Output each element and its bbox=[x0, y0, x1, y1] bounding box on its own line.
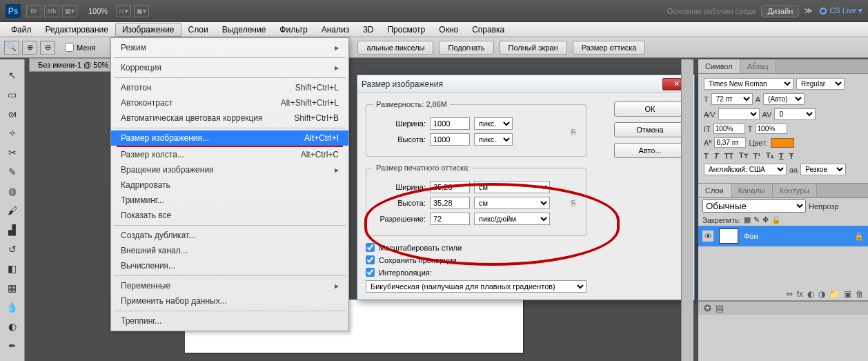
menu-item[interactable]: Коррекция bbox=[111, 60, 348, 75]
kerning-select[interactable] bbox=[718, 108, 760, 120]
new-layer-icon[interactable]: ▣ bbox=[844, 289, 851, 299]
mask-icon[interactable]: ◐ bbox=[807, 289, 814, 299]
lock-pixels-icon[interactable]: ✎ bbox=[753, 215, 760, 224]
menu-item[interactable]: Размер холста...Alt+Ctrl+C bbox=[111, 147, 348, 162]
dodge-tool-icon[interactable]: ◐ bbox=[3, 319, 21, 334]
adjustment-icon[interactable]: ◑ bbox=[818, 289, 825, 299]
interpolation-checkbox[interactable] bbox=[366, 268, 375, 277]
resize-windows-checkbox[interactable] bbox=[65, 43, 74, 52]
full-screen-button[interactable]: Полный экран bbox=[500, 41, 567, 55]
actual-pixels-button[interactable]: альные пикселы bbox=[357, 41, 433, 55]
tab-character[interactable]: Символ bbox=[698, 59, 740, 73]
px-height-input[interactable] bbox=[430, 133, 470, 146]
brush-tool-icon[interactable]: 🖌 bbox=[3, 203, 21, 218]
menu-help[interactable]: Справка bbox=[465, 23, 511, 37]
history-brush-tool-icon[interactable]: ↺ bbox=[3, 242, 21, 257]
move-tool-icon[interactable]: ↖ bbox=[3, 68, 21, 83]
underline-icon[interactable]: T bbox=[779, 152, 784, 160]
delete-layer-icon[interactable]: 🗑 bbox=[856, 289, 864, 299]
smallcaps-icon[interactable]: Tᴛ bbox=[739, 151, 748, 160]
menu-item[interactable]: Кадрировать bbox=[111, 177, 348, 193]
menu-item[interactable]: Размер изображения...Alt+Ctrl+I bbox=[111, 130, 348, 146]
dialog-titlebar[interactable]: Размер изображения ✕ bbox=[357, 75, 694, 93]
gradient-tool-icon[interactable]: ▦ bbox=[3, 280, 21, 295]
resolution-unit-select[interactable]: пикс/дюйм bbox=[474, 213, 550, 225]
link-layers-icon[interactable]: ⇔ bbox=[786, 289, 793, 299]
lasso-tool-icon[interactable]: ᘛ bbox=[3, 106, 21, 121]
menu-item[interactable]: Вычисления... bbox=[111, 258, 348, 273]
cancel-button[interactable]: Отмена bbox=[614, 122, 686, 137]
px-height-unit-select[interactable]: пикс. bbox=[474, 133, 513, 146]
lock-all-icon[interactable]: 🔒 bbox=[771, 215, 781, 224]
menu-item[interactable]: Режим bbox=[111, 40, 348, 55]
menu-item[interactable]: Применить набор данных... bbox=[111, 293, 348, 309]
fx-icon[interactable]: fx bbox=[797, 289, 803, 299]
wand-tool-icon[interactable]: ✧ bbox=[3, 126, 21, 141]
minibridge-button[interactable]: Mb bbox=[44, 5, 59, 17]
visibility-icon[interactable]: 👁 bbox=[702, 231, 713, 242]
menu-item[interactable]: Переменные bbox=[111, 278, 348, 293]
scale-styles-checkbox[interactable] bbox=[366, 243, 375, 252]
menu-item[interactable]: Вращение изображения bbox=[111, 162, 348, 177]
menu-item[interactable]: Создать дубликат... bbox=[111, 228, 348, 243]
tracking-select[interactable]: 0 bbox=[774, 108, 816, 120]
italic-icon[interactable]: T bbox=[714, 152, 719, 160]
lock-position-icon[interactable]: ✥ bbox=[762, 215, 769, 224]
group-icon[interactable]: 📁 bbox=[829, 289, 840, 299]
print-size-button[interactable]: Размер оттиска bbox=[573, 41, 646, 55]
print-height-input[interactable] bbox=[430, 197, 470, 209]
screen-mode-button[interactable]: ▦▾ bbox=[62, 5, 77, 17]
layer-row[interactable]: 👁 Фон 🔒 bbox=[698, 226, 868, 246]
fit-screen-button[interactable]: Подогнать bbox=[439, 41, 493, 55]
print-width-unit-select[interactable]: см bbox=[474, 181, 550, 193]
pen-tool-icon[interactable]: ✒ bbox=[3, 338, 21, 353]
blend-mode-select[interactable]: Обычные bbox=[702, 199, 806, 213]
lock-transparent-icon[interactable]: ▦ bbox=[744, 215, 751, 224]
allcaps-icon[interactable]: TT bbox=[724, 152, 733, 160]
chain-icon[interactable]: ⎘ bbox=[568, 128, 579, 136]
crop-tool-icon[interactable]: ✂ bbox=[3, 145, 21, 160]
menu-image[interactable]: Изображение bbox=[115, 23, 181, 37]
zoom-in-icon[interactable]: ⊕ bbox=[22, 41, 37, 55]
ok-button[interactable]: ОК bbox=[614, 101, 686, 117]
menu-view[interactable]: Просмотр bbox=[380, 23, 432, 37]
strike-icon[interactable]: Ŧ bbox=[789, 152, 794, 160]
chain-icon[interactable]: ⎘ bbox=[568, 199, 579, 207]
constrain-proportions-checkbox[interactable] bbox=[366, 255, 375, 264]
interpolation-select[interactable]: Бикубическая (наилучшая для плавных град… bbox=[366, 280, 586, 293]
font-size-select[interactable]: 72 пт bbox=[711, 93, 753, 105]
tab-channels[interactable]: Каналы bbox=[731, 184, 773, 197]
tab-paragraph[interactable]: Абзац bbox=[740, 59, 776, 73]
zoom-out-icon[interactable]: ⊖ bbox=[40, 41, 55, 55]
arrange-button[interactable]: ▭▾ bbox=[116, 5, 131, 17]
menu-select[interactable]: Выделение bbox=[215, 23, 273, 37]
subscript-icon[interactable]: T₁ bbox=[766, 151, 773, 160]
resolution-input[interactable] bbox=[430, 213, 470, 225]
hscale-input[interactable] bbox=[756, 124, 787, 134]
eraser-tool-icon[interactable]: ◧ bbox=[3, 261, 21, 276]
patch-tool-icon[interactable]: ◍ bbox=[3, 184, 21, 199]
panel-dock-bar[interactable] bbox=[681, 59, 693, 361]
menu-item[interactable]: Автоматическая цветовая коррекцияShift+C… bbox=[111, 110, 348, 126]
styles-icon[interactable]: ✪ bbox=[704, 303, 711, 313]
antialias-select[interactable]: Резкое bbox=[800, 164, 846, 175]
workspace-more-button[interactable]: ≫ bbox=[805, 6, 813, 15]
menu-item[interactable]: Треппинг... bbox=[111, 313, 348, 329]
menu-item[interactable]: АвтоконтрастAlt+Shift+Ctrl+L bbox=[111, 95, 348, 110]
tab-paths[interactable]: Контуры bbox=[773, 184, 817, 197]
text-color-swatch[interactable] bbox=[771, 138, 794, 148]
font-family-select[interactable]: Times New Roman bbox=[704, 78, 793, 90]
vscale-input[interactable] bbox=[713, 124, 745, 134]
layer-thumbnail[interactable] bbox=[719, 228, 738, 244]
menu-3d[interactable]: 3D bbox=[356, 23, 380, 37]
extras-button[interactable]: ▣▾ bbox=[134, 5, 149, 17]
tab-layers[interactable]: Слои bbox=[698, 184, 731, 197]
document-tab[interactable]: Без имени-1 @ 50% bbox=[29, 58, 117, 72]
menu-item[interactable]: Показать все bbox=[111, 208, 348, 223]
leading-select[interactable]: (Авто) bbox=[763, 93, 805, 105]
font-style-select[interactable]: Regular bbox=[796, 78, 845, 90]
px-width-unit-select[interactable]: пикс. bbox=[474, 117, 513, 130]
menu-layer[interactable]: Слои bbox=[181, 23, 215, 37]
auto-button[interactable]: Авто... bbox=[614, 143, 686, 158]
menu-item[interactable]: Тримминг... bbox=[111, 193, 348, 208]
